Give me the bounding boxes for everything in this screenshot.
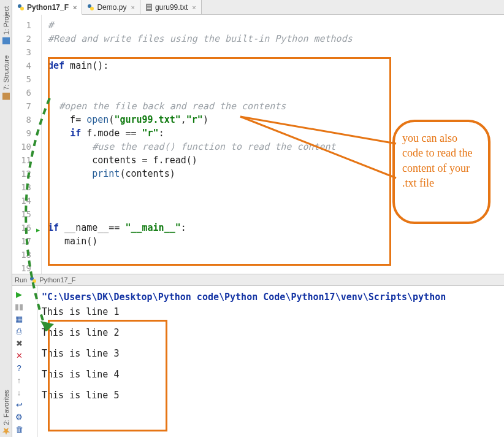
close-tab-icon[interactable]: × (73, 4, 77, 11)
close-tab-icon[interactable]: × (192, 4, 196, 11)
run-output-line (42, 318, 500, 327)
svg-point-6 (90, 7, 94, 10)
run-output-console[interactable]: "C:\Users\DK\Desktop\Python code\Python … (38, 286, 504, 437)
left-tool-rail: 1: Project 7: Structure 2: Favorites (0, 0, 12, 437)
svg-marker-15 (40, 321, 54, 331)
run-toolwindow-body: ▶ ▮▮ ▦ ⎙ ✖ ✕ ? ↑ ↓ ↩ ⚙ 🗑 "C:\Users\DK\De… (12, 286, 504, 437)
editor-tab[interactable]: Python17_F× (12, 0, 82, 15)
editor-tab-bar: Python17_F×Demo.py×guru99.txt× (12, 0, 504, 15)
svg-rect-8 (147, 6, 151, 6)
sidebar-structure-toolwindow[interactable]: 7: Structure (2, 53, 10, 102)
svg-rect-9 (147, 7, 151, 7)
python-icon (87, 4, 94, 11)
soft-wrap-button[interactable]: ↩ (13, 399, 25, 410)
annotation-callout: you can also code to read the content of… (392, 120, 491, 224)
tab-label: Python17_F (27, 3, 69, 12)
python-icon (17, 4, 25, 11)
annotation-dashed-arrow (16, 98, 77, 356)
tab-label: guru99.txt (155, 3, 188, 12)
help-button[interactable]: ? (13, 362, 25, 373)
run-output-path: "C:\Users\DK\Desktop\Python code\Python … (42, 288, 500, 306)
run-output-line (42, 339, 500, 347)
editor-tab[interactable]: guru99.txt× (140, 0, 202, 14)
close-tab-icon[interactable]: × (131, 4, 134, 11)
run-output-line: This is line 4 (42, 368, 500, 381)
run-output-line: This is line 5 (42, 389, 500, 401)
scroll-up-button[interactable]: ↑ (13, 374, 25, 385)
svg-rect-0 (2, 37, 10, 44)
editor-tab[interactable]: Demo.py× (82, 0, 140, 14)
svg-point-4 (20, 7, 24, 10)
svg-rect-1 (2, 93, 10, 100)
run-output-line (42, 381, 500, 389)
run-output-line (42, 360, 500, 368)
tab-label: Demo.py (97, 3, 126, 12)
run-output-line: This is line 2 (42, 327, 500, 339)
settings-button[interactable]: ⚙ (13, 411, 25, 422)
svg-marker-2 (2, 427, 10, 435)
trash-button[interactable]: 🗑 (13, 423, 25, 435)
run-output-line: This is line 1 (42, 306, 500, 318)
text-file-icon (145, 4, 153, 11)
sidebar-project-toolwindow[interactable]: 1: Project (2, 4, 10, 47)
run-output-line: This is line 3 (42, 347, 500, 360)
svg-rect-10 (147, 8, 151, 9)
scroll-down-button[interactable]: ↓ (13, 387, 25, 398)
run-toolwindow-header[interactable]: Run Python17_F (12, 274, 504, 286)
sidebar-favorites-toolwindow[interactable]: 2: Favorites (2, 387, 10, 437)
